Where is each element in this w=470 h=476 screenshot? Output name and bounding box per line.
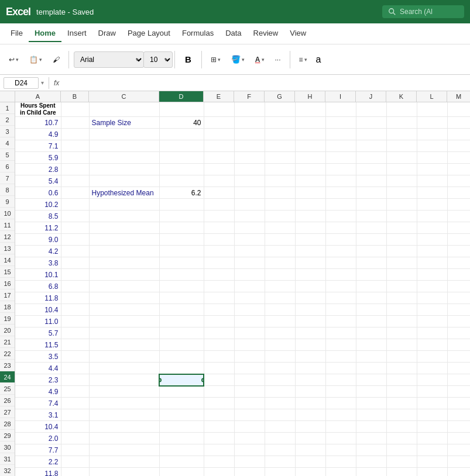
cell-15-a[interactable]: 10.1 (15, 269, 61, 281)
cell-6-l[interactable] (417, 164, 447, 175)
font-selector[interactable]: Arial Calibri Times New Roman (74, 51, 144, 68)
cell-11-b[interactable] (61, 222, 89, 234)
cell-29-l[interactable] (417, 433, 447, 444)
cell-23-e[interactable] (204, 363, 234, 374)
row-num-20[interactable]: 20 (0, 325, 15, 336)
cell-9-a[interactable]: 10.2 (15, 199, 61, 211)
cell-19-d[interactable] (159, 316, 204, 327)
cell-18-e[interactable] (204, 304, 234, 316)
cell-30-f[interactable] (234, 444, 265, 456)
cell-11-m[interactable] (447, 222, 470, 234)
cell-19-k[interactable] (386, 316, 417, 327)
cell-31-i[interactable] (325, 456, 356, 468)
cell-24-h[interactable] (295, 374, 325, 386)
cell-32-c[interactable] (89, 468, 159, 477)
cell-23-c[interactable] (89, 363, 159, 374)
cell-20-l[interactable] (417, 327, 447, 339)
cell-3-c[interactable] (89, 129, 159, 140)
cell-25-a[interactable]: 4.9 (15, 386, 61, 398)
cell-27-a[interactable]: 3.1 (15, 409, 61, 421)
cell-12-b[interactable] (61, 234, 89, 246)
cell-31-e[interactable] (204, 456, 234, 468)
more-button[interactable]: ··· (271, 53, 285, 67)
cell-12-c[interactable] (89, 234, 159, 246)
cell-2-e[interactable] (204, 117, 234, 129)
cell-9-e[interactable] (204, 199, 234, 211)
cell-13-j[interactable] (356, 246, 386, 257)
search-box[interactable]: Search (Al (382, 5, 464, 18)
cell-22-f[interactable] (234, 351, 265, 363)
cell-16-m[interactable] (447, 281, 470, 292)
cell-1-k[interactable] (386, 102, 417, 117)
cell-22-c[interactable] (89, 351, 159, 363)
cell-30-j[interactable] (356, 444, 386, 456)
cell-19-g[interactable] (265, 316, 295, 327)
cell-22-k[interactable] (386, 351, 417, 363)
cell-22-l[interactable] (417, 351, 447, 363)
cell-22-h[interactable] (295, 351, 325, 363)
row-num-12[interactable]: 12 (0, 231, 15, 243)
cell-1-g[interactable] (265, 102, 295, 117)
cell-25-k[interactable] (386, 386, 417, 398)
cell-21-b[interactable] (61, 339, 89, 351)
cell-1-m[interactable] (447, 102, 470, 117)
cell-20-j[interactable] (356, 327, 386, 339)
cell-10-e[interactable] (204, 211, 234, 222)
cell-23-h[interactable] (295, 363, 325, 374)
cell-15-f[interactable] (234, 269, 265, 281)
row-num-21[interactable]: 21 (0, 336, 15, 348)
cell-7-k[interactable] (386, 175, 417, 187)
col-header-e[interactable]: E (204, 91, 234, 102)
cell-3-d[interactable] (159, 129, 204, 140)
cell-31-c[interactable] (89, 456, 159, 468)
cell-8-m[interactable] (447, 187, 470, 199)
cell-17-c[interactable] (89, 292, 159, 304)
cell-4-c[interactable] (89, 140, 159, 152)
cell-2-g[interactable] (265, 117, 295, 129)
cell-25-c[interactable] (89, 386, 159, 398)
cell-4-h[interactable] (295, 140, 325, 152)
cell-18-g[interactable] (265, 304, 295, 316)
cell-21-m[interactable] (447, 339, 470, 351)
cell-30-m[interactable] (447, 444, 470, 456)
cell-13-h[interactable] (295, 246, 325, 257)
cell-9-k[interactable] (386, 199, 417, 211)
cell-20-d[interactable] (159, 327, 204, 339)
cell-4-l[interactable] (417, 140, 447, 152)
cell-28-b[interactable] (61, 421, 89, 433)
cell-13-g[interactable] (265, 246, 295, 257)
cell-12-d[interactable] (159, 234, 204, 246)
cell-15-b[interactable] (61, 269, 89, 281)
cell-28-l[interactable] (417, 421, 447, 433)
cell-13-m[interactable] (447, 246, 470, 257)
cell-14-c[interactable] (89, 257, 159, 269)
cell-20-m[interactable] (447, 327, 470, 339)
cell-32-f[interactable] (234, 468, 265, 477)
cell-16-e[interactable] (204, 281, 234, 292)
cell-27-c[interactable] (89, 409, 159, 421)
cell-27-i[interactable] (325, 409, 356, 421)
font-color-button[interactable]: A ▾ (251, 53, 269, 67)
cell-26-g[interactable] (265, 398, 295, 409)
cell-11-c[interactable] (89, 222, 159, 234)
cell-22-g[interactable] (265, 351, 295, 363)
cell-5-c[interactable] (89, 152, 159, 164)
cell-5-h[interactable] (295, 152, 325, 164)
cell-5-g[interactable] (265, 152, 295, 164)
cell-1-f[interactable] (234, 102, 265, 117)
cell-21-e[interactable] (204, 339, 234, 351)
cell-17-h[interactable] (295, 292, 325, 304)
cell-27-f[interactable] (234, 409, 265, 421)
cell-26-b[interactable] (61, 398, 89, 409)
cell-22-m[interactable] (447, 351, 470, 363)
cell-3-e[interactable] (204, 129, 234, 140)
cell-10-i[interactable] (325, 211, 356, 222)
cell-19-f[interactable] (234, 316, 265, 327)
cell-22-e[interactable] (204, 351, 234, 363)
cell-7-f[interactable] (234, 175, 265, 187)
cell-17-e[interactable] (204, 292, 234, 304)
cell-17-m[interactable] (447, 292, 470, 304)
cell-2-k[interactable] (386, 117, 417, 129)
menu-home[interactable]: Home (29, 25, 61, 42)
cell-22-b[interactable] (61, 351, 89, 363)
